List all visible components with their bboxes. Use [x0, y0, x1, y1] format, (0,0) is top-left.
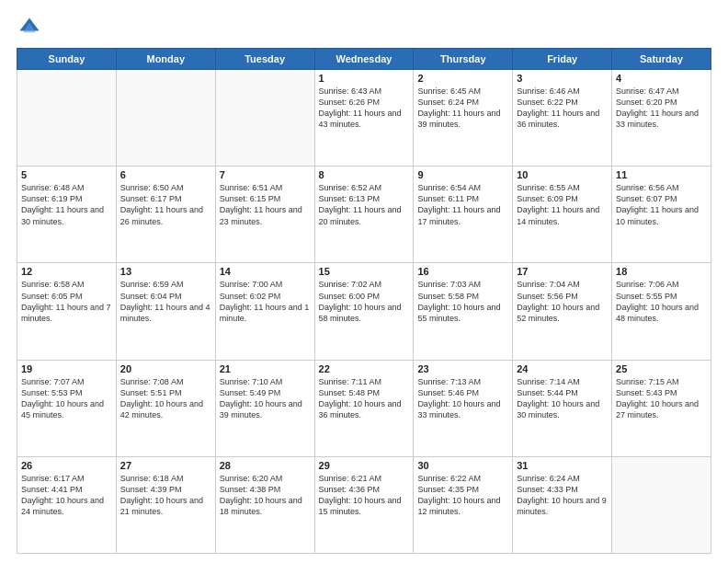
- day-number: 7: [220, 169, 311, 180]
- calendar-week-row: 12Sunrise: 6:58 AM Sunset: 6:05 PM Dayli…: [17, 263, 711, 360]
- calendar-cell: 10Sunrise: 6:55 AM Sunset: 6:09 PM Dayli…: [513, 167, 612, 263]
- calendar-cell: 21Sunrise: 7:10 AM Sunset: 5:49 PM Dayli…: [215, 360, 314, 456]
- calendar-cell: 13Sunrise: 6:59 AM Sunset: 6:04 PM Dayli…: [116, 263, 215, 360]
- weekday-header-wednesday: Wednesday: [314, 49, 414, 70]
- day-info: Sunrise: 7:03 AM Sunset: 5:58 PM Dayligh…: [417, 279, 508, 324]
- day-info: Sunrise: 6:18 AM Sunset: 4:39 PM Dayligh…: [120, 473, 211, 518]
- day-number: 1: [319, 73, 410, 84]
- calendar-week-row: 26Sunrise: 6:17 AM Sunset: 4:41 PM Dayli…: [17, 456, 711, 553]
- day-number: 22: [319, 363, 410, 374]
- day-number: 27: [120, 460, 211, 471]
- day-info: Sunrise: 7:15 AM Sunset: 5:43 PM Dayligh…: [616, 376, 707, 421]
- day-number: 23: [417, 363, 508, 374]
- day-number: 19: [21, 363, 112, 374]
- day-info: Sunrise: 6:21 AM Sunset: 4:36 PM Dayligh…: [319, 473, 410, 518]
- calendar-week-row: 5Sunrise: 6:48 AM Sunset: 6:19 PM Daylig…: [17, 167, 711, 263]
- calendar-table: SundayMondayTuesdayWednesdayThursdayFrid…: [17, 48, 711, 554]
- day-info: Sunrise: 7:04 AM Sunset: 5:56 PM Dayligh…: [517, 279, 608, 324]
- calendar-cell: 19Sunrise: 7:07 AM Sunset: 5:53 PM Dayli…: [17, 360, 117, 456]
- calendar-cell: 9Sunrise: 6:54 AM Sunset: 6:11 PM Daylig…: [414, 167, 513, 263]
- day-info: Sunrise: 6:50 AM Sunset: 6:17 PM Dayligh…: [120, 182, 211, 227]
- calendar-cell: 23Sunrise: 7:13 AM Sunset: 5:46 PM Dayli…: [414, 360, 513, 456]
- weekday-header-row: SundayMondayTuesdayWednesdayThursdayFrid…: [17, 49, 711, 70]
- day-number: 11: [616, 169, 707, 180]
- day-info: Sunrise: 7:11 AM Sunset: 5:48 PM Dayligh…: [319, 376, 410, 421]
- calendar-cell: 20Sunrise: 7:08 AM Sunset: 5:51 PM Dayli…: [116, 360, 215, 456]
- day-info: Sunrise: 6:45 AM Sunset: 6:24 PM Dayligh…: [417, 86, 508, 131]
- calendar-cell: 24Sunrise: 7:14 AM Sunset: 5:44 PM Dayli…: [513, 360, 612, 456]
- day-info: Sunrise: 7:00 AM Sunset: 6:02 PM Dayligh…: [220, 279, 311, 324]
- day-info: Sunrise: 7:06 AM Sunset: 5:55 PM Dayligh…: [616, 279, 707, 324]
- day-number: 10: [517, 169, 608, 180]
- calendar-cell: 26Sunrise: 6:17 AM Sunset: 4:41 PM Dayli…: [17, 456, 117, 553]
- calendar-cell: 5Sunrise: 6:48 AM Sunset: 6:19 PM Daylig…: [17, 167, 117, 263]
- day-number: 15: [319, 266, 410, 277]
- day-number: 25: [616, 363, 707, 374]
- day-number: 24: [517, 363, 608, 374]
- logo-icon: [17, 15, 42, 40]
- calendar-cell: 25Sunrise: 7:15 AM Sunset: 5:43 PM Dayli…: [612, 360, 711, 456]
- day-number: 4: [616, 73, 707, 84]
- weekday-header-sunday: Sunday: [17, 49, 117, 70]
- day-number: 17: [517, 266, 608, 277]
- calendar-cell: 8Sunrise: 6:52 AM Sunset: 6:13 PM Daylig…: [314, 167, 414, 263]
- day-info: Sunrise: 6:55 AM Sunset: 6:09 PM Dayligh…: [517, 182, 608, 227]
- day-number: 6: [120, 169, 211, 180]
- day-number: 9: [417, 169, 508, 180]
- day-number: 3: [517, 73, 608, 84]
- day-info: Sunrise: 6:48 AM Sunset: 6:19 PM Dayligh…: [21, 182, 112, 227]
- day-info: Sunrise: 6:20 AM Sunset: 4:38 PM Dayligh…: [220, 473, 311, 518]
- day-number: 16: [417, 266, 508, 277]
- day-number: 8: [319, 169, 410, 180]
- calendar-cell: 11Sunrise: 6:56 AM Sunset: 6:07 PM Dayli…: [612, 167, 711, 263]
- calendar-cell: 16Sunrise: 7:03 AM Sunset: 5:58 PM Dayli…: [414, 263, 513, 360]
- calendar-cell: [215, 70, 314, 167]
- calendar-cell: 3Sunrise: 6:46 AM Sunset: 6:22 PM Daylig…: [513, 70, 612, 167]
- day-info: Sunrise: 6:54 AM Sunset: 6:11 PM Dayligh…: [417, 182, 508, 227]
- day-info: Sunrise: 6:43 AM Sunset: 6:26 PM Dayligh…: [319, 86, 410, 131]
- logo: [17, 15, 46, 40]
- calendar-cell: 6Sunrise: 6:50 AM Sunset: 6:17 PM Daylig…: [116, 167, 215, 263]
- day-info: Sunrise: 6:52 AM Sunset: 6:13 PM Dayligh…: [319, 182, 410, 227]
- day-info: Sunrise: 6:46 AM Sunset: 6:22 PM Dayligh…: [517, 86, 608, 131]
- day-info: Sunrise: 6:51 AM Sunset: 6:15 PM Dayligh…: [220, 182, 311, 227]
- calendar-cell: 27Sunrise: 6:18 AM Sunset: 4:39 PM Dayli…: [116, 456, 215, 553]
- day-info: Sunrise: 6:56 AM Sunset: 6:07 PM Dayligh…: [616, 182, 707, 227]
- calendar-week-row: 19Sunrise: 7:07 AM Sunset: 5:53 PM Dayli…: [17, 360, 711, 456]
- calendar-cell: 1Sunrise: 6:43 AM Sunset: 6:26 PM Daylig…: [314, 70, 414, 167]
- day-number: 18: [616, 266, 707, 277]
- day-info: Sunrise: 7:13 AM Sunset: 5:46 PM Dayligh…: [417, 376, 508, 421]
- calendar-cell: 4Sunrise: 6:47 AM Sunset: 6:20 PM Daylig…: [612, 70, 711, 167]
- header: [17, 15, 711, 40]
- calendar-cell: 31Sunrise: 6:24 AM Sunset: 4:33 PM Dayli…: [513, 456, 612, 553]
- day-info: Sunrise: 7:14 AM Sunset: 5:44 PM Dayligh…: [517, 376, 608, 421]
- day-number: 29: [319, 460, 410, 471]
- calendar-cell: 14Sunrise: 7:00 AM Sunset: 6:02 PM Dayli…: [215, 263, 314, 360]
- calendar-cell: 28Sunrise: 6:20 AM Sunset: 4:38 PM Dayli…: [215, 456, 314, 553]
- weekday-header-monday: Monday: [116, 49, 215, 70]
- day-number: 28: [220, 460, 311, 471]
- day-number: 5: [21, 169, 112, 180]
- day-info: Sunrise: 6:22 AM Sunset: 4:35 PM Dayligh…: [417, 473, 508, 518]
- day-info: Sunrise: 7:10 AM Sunset: 5:49 PM Dayligh…: [220, 376, 311, 421]
- day-info: Sunrise: 6:17 AM Sunset: 4:41 PM Dayligh…: [21, 473, 112, 518]
- day-number: 21: [220, 363, 311, 374]
- calendar-cell: 30Sunrise: 6:22 AM Sunset: 4:35 PM Dayli…: [414, 456, 513, 553]
- calendar-week-row: 1Sunrise: 6:43 AM Sunset: 6:26 PM Daylig…: [17, 70, 711, 167]
- weekday-header-tuesday: Tuesday: [215, 49, 314, 70]
- day-number: 26: [21, 460, 112, 471]
- calendar-cell: 12Sunrise: 6:58 AM Sunset: 6:05 PM Dayli…: [17, 263, 117, 360]
- day-info: Sunrise: 7:08 AM Sunset: 5:51 PM Dayligh…: [120, 376, 211, 421]
- day-number: 31: [517, 460, 608, 471]
- calendar-cell: [17, 70, 117, 167]
- calendar-cell: 29Sunrise: 6:21 AM Sunset: 4:36 PM Dayli…: [314, 456, 414, 553]
- page: SundayMondayTuesdayWednesdayThursdayFrid…: [0, 0, 728, 563]
- day-number: 20: [120, 363, 211, 374]
- weekday-header-saturday: Saturday: [612, 49, 711, 70]
- calendar-cell: 7Sunrise: 6:51 AM Sunset: 6:15 PM Daylig…: [215, 167, 314, 263]
- calendar-cell: 18Sunrise: 7:06 AM Sunset: 5:55 PM Dayli…: [612, 263, 711, 360]
- day-info: Sunrise: 6:24 AM Sunset: 4:33 PM Dayligh…: [517, 473, 608, 518]
- calendar-cell: [612, 456, 711, 553]
- day-info: Sunrise: 6:47 AM Sunset: 6:20 PM Dayligh…: [616, 86, 707, 131]
- calendar-cell: 2Sunrise: 6:45 AM Sunset: 6:24 PM Daylig…: [414, 70, 513, 167]
